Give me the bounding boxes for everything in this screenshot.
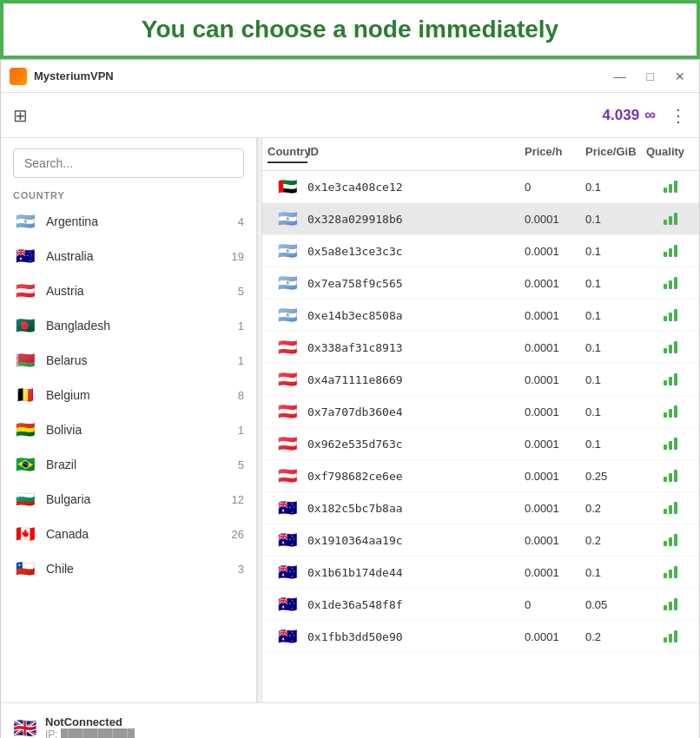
row-price-gib: 0.1 <box>585 341 646 354</box>
row-id: 0x5a8e13ce3c3c <box>307 245 525 258</box>
table-row[interactable]: 🇦🇺 0x1910364aa19c 0.0001 0.2 <box>262 524 699 557</box>
row-price-h: 0.0001 <box>525 213 585 226</box>
table-row[interactable]: 🇦🇹 0x338af31c8913 0.0001 0.1 <box>262 332 699 364</box>
more-options-icon[interactable]: ⋮ <box>670 105 687 126</box>
window-controls: — □ ✕ <box>609 68 690 85</box>
row-quality <box>646 405 694 418</box>
list-item[interactable]: 🇦🇹 Austria 5 <box>1 273 256 308</box>
country-name: Bolivia <box>46 423 238 437</box>
quality-bars <box>664 341 677 353</box>
table-row[interactable]: 🇦🇹 0x7a707db360e4 0.0001 0.1 <box>262 396 699 428</box>
maximize-button[interactable]: □ <box>642 68 659 85</box>
status-ip: IP: ██████████ <box>45 728 135 738</box>
row-id: 0x328a029918b6 <box>307 213 525 226</box>
row-id: 0x1de36a548f8f <box>307 598 525 611</box>
row-flag-icon: 🇦🇷 <box>267 306 307 325</box>
th-price-gib: Price/GiB <box>585 145 646 163</box>
table-row[interactable]: 🇦🇪 0x1e3ca408ce12 0 0.1 <box>262 171 699 203</box>
close-button[interactable]: ✕ <box>670 68 690 85</box>
row-price-h: 0 <box>525 598 585 611</box>
row-price-gib: 0.2 <box>585 502 646 515</box>
list-item[interactable]: 🇨🇱 Chile 3 <box>1 551 256 586</box>
row-quality <box>646 277 694 289</box>
table-header: Country ID Price/h Price/GiB Quality <box>262 138 699 171</box>
country-count: 4 <box>238 215 244 228</box>
row-id: 0xe14b3ec8508a <box>307 309 525 322</box>
right-panel: Country ID Price/h Price/GiB Quality 🇦🇪 … <box>262 138 699 702</box>
row-price-h: 0.0001 <box>525 470 585 483</box>
table-row[interactable]: 🇦🇷 0x5a8e13ce3c3c 0.0001 0.1 <box>262 235 699 267</box>
list-item[interactable]: 🇧🇾 Belarus 1 <box>1 343 256 378</box>
table-row[interactable]: 🇦🇺 0x182c5bc7b8aa 0.0001 0.2 <box>262 492 699 524</box>
table-row[interactable]: 🇦🇹 0x962e535d763c 0.0001 0.1 <box>262 428 699 460</box>
flag-icon: 🇦🇹 <box>13 282 37 300</box>
country-count: 1 <box>238 424 244 437</box>
list-item[interactable]: 🇧🇬 Bulgaria 12 <box>1 482 256 517</box>
country-count: 3 <box>238 563 244 576</box>
row-id: 0x4a71111e8669 <box>307 373 525 386</box>
row-price-gib: 0.1 <box>585 405 646 418</box>
country-name: Belgium <box>46 388 238 402</box>
titlebar: MysteriumVPN — □ ✕ <box>1 60 699 93</box>
country-count: 12 <box>232 493 244 506</box>
country-name: Brazil <box>46 458 238 471</box>
row-flag-icon: 🇦🇪 <box>267 177 307 196</box>
quality-bars <box>664 213 677 225</box>
quality-bars <box>664 630 677 642</box>
toolbar: ⊞ 4.039 ∞ ⋮ <box>1 93 699 138</box>
row-quality <box>646 502 694 514</box>
list-item[interactable]: 🇧🇪 Belgium 8 <box>1 378 256 412</box>
row-id: 0xf798682ce6ee <box>307 470 525 483</box>
list-item[interactable]: 🇦🇷 Argentina 4 <box>1 204 256 239</box>
table-row[interactable]: 🇦🇷 0xe14b3ec8508a 0.0001 0.1 <box>262 300 699 332</box>
row-quality <box>646 438 694 450</box>
row-flag-icon: 🇦🇹 <box>267 402 307 421</box>
list-item[interactable]: 🇨🇦 Canada 26 <box>1 517 256 551</box>
country-name: Chile <box>46 562 238 576</box>
country-list: 🇦🇷 Argentina 4 🇦🇺 Australia 19 🇦🇹 Austri… <box>1 204 256 702</box>
row-price-h: 0.0001 <box>525 630 585 643</box>
search-box <box>13 148 244 178</box>
search-input[interactable] <box>13 148 244 178</box>
quality-bars <box>664 438 677 450</box>
row-price-h: 0.0001 <box>525 405 585 418</box>
row-price-h: 0.0001 <box>525 277 585 290</box>
row-quality <box>646 309 694 321</box>
list-item[interactable]: 🇦🇺 Australia 19 <box>1 239 256 273</box>
table-row[interactable]: 🇦🇹 0x4a71111e8669 0.0001 0.1 <box>262 364 699 396</box>
list-item[interactable]: 🇧🇷 Brazil 5 <box>1 447 256 482</box>
flag-icon: 🇧🇴 <box>13 421 37 438</box>
table-row[interactable]: 🇦🇺 0x1de36a548f8f 0 0.05 <box>262 589 699 621</box>
row-id: 0x7a707db360e4 <box>307 405 525 418</box>
table-row[interactable]: 🇦🇺 0x1fbb3dd50e90 0.0001 0.2 <box>262 621 699 653</box>
connection-status: NotConnected <box>45 715 135 728</box>
table-row[interactable]: 🇦🇷 0x7ea758f9c565 0.0001 0.1 <box>262 267 699 300</box>
th-price-h: Price/h <box>525 145 585 163</box>
balance-amount: 4.039 <box>603 107 640 124</box>
row-quality <box>646 598 694 610</box>
row-price-gib: 0.1 <box>585 566 646 579</box>
table-body: 🇦🇪 0x1e3ca408ce12 0 0.1 🇦🇷 0x328a029918b… <box>262 171 699 702</box>
vpn-window: MysteriumVPN — □ ✕ ⊞ 4.039 ∞ ⋮ COUNTRY 🇦… <box>0 59 700 738</box>
row-id: 0x338af31c8913 <box>307 341 525 354</box>
country-name: Austria <box>46 284 238 298</box>
row-price-gib: 0.1 <box>585 245 646 258</box>
country-count: 5 <box>238 285 244 298</box>
row-flag-icon: 🇦🇷 <box>267 241 307 260</box>
list-item[interactable]: 🇧🇩 Bangladesh 1 <box>1 308 256 343</box>
th-quality: Quality <box>646 145 694 163</box>
country-section-label: COUNTRY <box>1 183 256 204</box>
row-price-gib: 0.2 <box>585 534 646 547</box>
table-row[interactable]: 🇦🇹 0xf798682ce6ee 0.0001 0.25 <box>262 460 699 492</box>
table-row[interactable]: 🇦🇺 0x1b61b174de44 0.0001 0.1 <box>262 557 699 589</box>
flag-icon: 🇦🇺 <box>13 247 37 265</box>
quality-bars <box>664 534 677 546</box>
flag-icon: 🇧🇪 <box>13 386 37 404</box>
row-price-h: 0.0001 <box>525 373 585 386</box>
list-item[interactable]: 🇧🇴 Bolivia 1 <box>1 412 256 447</box>
minimize-button[interactable]: — <box>609 68 631 85</box>
row-price-h: 0.0001 <box>525 502 585 515</box>
settings-icon[interactable]: ⊞ <box>13 105 28 126</box>
table-row[interactable]: 🇦🇷 0x328a029918b6 0.0001 0.1 <box>262 203 699 235</box>
row-price-gib: 0.05 <box>585 598 646 611</box>
